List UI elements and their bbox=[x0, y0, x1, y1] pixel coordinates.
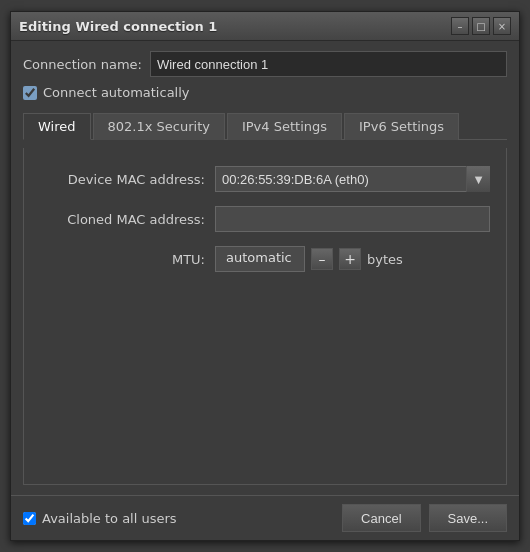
main-window: Editing Wired connection 1 – □ × Connect… bbox=[10, 11, 520, 541]
mtu-increase-button[interactable]: + bbox=[339, 248, 361, 270]
save-button[interactable]: Save... bbox=[429, 504, 507, 532]
window-controls: – □ × bbox=[451, 17, 511, 35]
maximize-button[interactable]: □ bbox=[472, 17, 490, 35]
connect-auto-checkbox[interactable] bbox=[23, 86, 37, 100]
window-content: Connection name: Connect automatically W… bbox=[11, 41, 519, 495]
cloned-mac-input[interactable] bbox=[215, 206, 490, 232]
tab-ipv6-settings[interactable]: IPv6 Settings bbox=[344, 113, 459, 140]
connect-auto-row: Connect automatically bbox=[23, 85, 507, 100]
tab-ipv4-settings[interactable]: IPv4 Settings bbox=[227, 113, 342, 140]
tab-spacer bbox=[40, 286, 490, 466]
cancel-button[interactable]: Cancel bbox=[342, 504, 420, 532]
wired-tab-content: Device MAC address: 00:26:55:39:DB:6A (e… bbox=[23, 148, 507, 485]
mtu-label: MTU: bbox=[40, 252, 205, 267]
window-title: Editing Wired connection 1 bbox=[19, 19, 217, 34]
minimize-button[interactable]: – bbox=[451, 17, 469, 35]
mtu-row: MTU: automatic – + bytes bbox=[40, 246, 490, 272]
cloned-mac-label: Cloned MAC address: bbox=[40, 212, 205, 227]
connection-name-input[interactable] bbox=[150, 51, 507, 77]
device-mac-select-wrapper: 00:26:55:39:DB:6A (eth0) ▼ bbox=[215, 166, 490, 192]
tab-8021x-security[interactable]: 802.1x Security bbox=[93, 113, 225, 140]
mtu-decrease-button[interactable]: – bbox=[311, 248, 333, 270]
cloned-mac-control bbox=[215, 206, 490, 232]
tabs-bar: Wired 802.1x Security IPv4 Settings IPv6… bbox=[23, 112, 507, 140]
bottom-left: Available to all users bbox=[23, 511, 177, 526]
available-all-users-label: Available to all users bbox=[42, 511, 177, 526]
mtu-control: automatic – + bytes bbox=[215, 246, 490, 272]
bottom-bar: Available to all users Cancel Save... bbox=[11, 495, 519, 540]
available-all-users-checkbox[interactable] bbox=[23, 512, 36, 525]
device-mac-label: Device MAC address: bbox=[40, 172, 205, 187]
close-button[interactable]: × bbox=[493, 17, 511, 35]
device-mac-row: Device MAC address: 00:26:55:39:DB:6A (e… bbox=[40, 166, 490, 192]
device-mac-control: 00:26:55:39:DB:6A (eth0) ▼ bbox=[215, 166, 490, 192]
device-mac-select[interactable]: 00:26:55:39:DB:6A (eth0) bbox=[215, 166, 490, 192]
cloned-mac-row: Cloned MAC address: bbox=[40, 206, 490, 232]
connect-auto-label: Connect automatically bbox=[43, 85, 190, 100]
mtu-unit-label: bytes bbox=[367, 252, 403, 267]
connection-name-label: Connection name: bbox=[23, 57, 142, 72]
tab-wired[interactable]: Wired bbox=[23, 113, 91, 140]
mtu-value-display: automatic bbox=[215, 246, 305, 272]
titlebar: Editing Wired connection 1 – □ × bbox=[11, 12, 519, 41]
bottom-right: Cancel Save... bbox=[342, 504, 507, 532]
mtu-controls: automatic – + bytes bbox=[215, 246, 490, 272]
connection-name-row: Connection name: bbox=[23, 51, 507, 77]
